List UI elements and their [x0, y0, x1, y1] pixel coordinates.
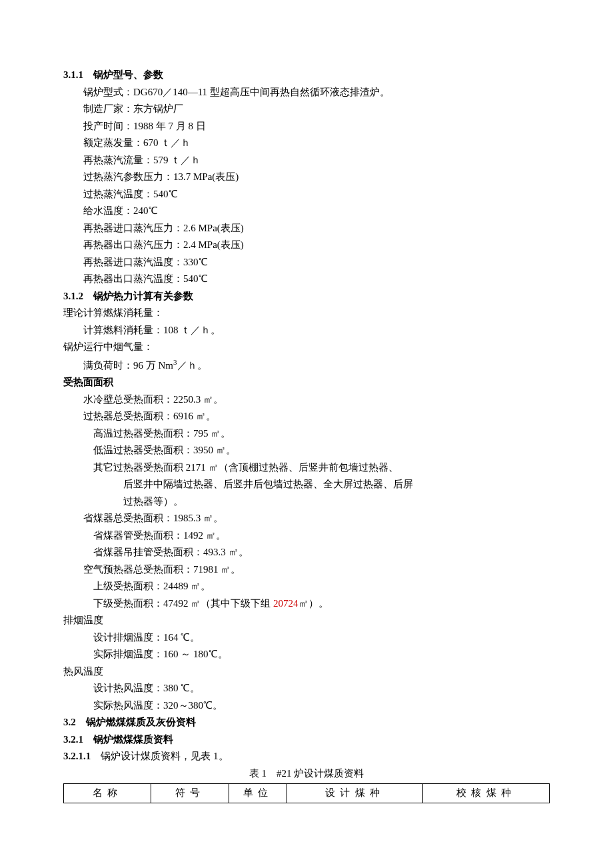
s312-lead2: 锅炉运行中烟气量：: [63, 339, 550, 356]
heat-area-p2b-1: 省煤器吊挂管受热面积：493.3 ㎡。: [93, 544, 550, 561]
s311-line-6: 过热蒸汽温度：540℃: [83, 186, 550, 203]
s311-line-11: 再热器出口蒸汽温度：540℃: [83, 271, 550, 288]
hotair-line-0: 设计热风温度：380 ℃。: [93, 680, 550, 697]
s311-line-5: 过热蒸汽参数压力：13.7 MPa(表压): [83, 169, 550, 186]
s311-line-9: 再热器出口蒸汽压力：2.4 MPa(表压): [83, 237, 550, 254]
th-symbol: 符号: [151, 784, 229, 803]
coal-spec-table: 名称 符号 单位 设计煤种 校核煤种: [63, 783, 550, 803]
heat-area-heading: 受热面面积: [63, 374, 550, 391]
exhaust-heading: 排烟温度: [63, 612, 550, 629]
heat-area-p4-1: 过热器等）。: [123, 493, 550, 511]
s312-lead1: 理论计算燃煤消耗量：: [63, 305, 550, 322]
s312-line1: 计算燃料消耗量：108 ｔ／ｈ。: [83, 322, 550, 339]
heat-area-p1-0: 水冷壁总受热面积：2250.3 ㎡。: [83, 391, 550, 409]
table-title: 表 1 #21 炉设计煤质资料: [63, 765, 550, 783]
heat-area-p2c-2-post: ㎡）。: [299, 598, 328, 609]
th-unit: 单位: [229, 784, 287, 803]
s311-line-1: 制造厂家：东方锅炉厂: [83, 101, 550, 118]
heat-area-p2c-1: 上级受热面积：24489 ㎡。: [93, 578, 550, 595]
hotair-line-1: 实际热风温度：320～380℃。: [93, 697, 550, 715]
s3211-num: 3.2.1.1: [63, 751, 91, 761]
s312-line2: 满负荷时：96 万 Nm3／ｈ。: [83, 356, 550, 375]
th-name: 名称: [64, 784, 151, 803]
heading-3-2: 3.2 锅炉燃煤煤质及灰份资料: [63, 714, 550, 731]
s311-line-2: 投产时间：1988 年 7 月 8 日: [83, 118, 550, 135]
heat-area-p2c-2-pre: 下级受热面积：47492 ㎡（其中下级下组: [93, 598, 273, 609]
heat-area-p2a-2: 其它过热器受热面积 2171 ㎡（含顶棚过热器、后竖井前包墙过热器、: [93, 459, 550, 477]
heat-area-p2c-2: 下级受热面积：47492 ㎡（其中下级下组 20724㎡）。: [93, 595, 550, 613]
s311-line-10: 再热器进口蒸汽温度：330℃: [83, 254, 550, 271]
hotair-heading: 热风温度: [63, 663, 550, 681]
heading-3-2-1-1: 3.2.1.1 锅炉设计煤质资料，见表 1。: [63, 748, 550, 765]
s311-line-0: 锅炉型式：DG670／140—11 型超高压中间再热自然循环液态排渣炉。: [83, 84, 550, 101]
heat-area-p1c: 空气预热器总受热面积：71981 ㎡。: [83, 561, 550, 579]
heading-3-1-2: 3.1.2 锅炉热力计算有关参数: [63, 288, 550, 305]
heading-3-1-1: 3.1.1 锅炉型号、参数: [63, 67, 550, 84]
s311-line-3: 额定蒸发量：670 ｔ／ｈ: [83, 135, 550, 152]
exhaust-line-1: 实际排烟温度：160 ～ 180℃。: [93, 646, 550, 663]
heat-area-p2a-1: 低温过热器受热面积：3950 ㎡。: [93, 442, 550, 459]
heading-3-2-1: 3.2.1 锅炉燃煤煤质资料: [63, 731, 550, 749]
heat-area-p1-1: 过热器总受热面积：6916 ㎡。: [83, 408, 550, 425]
s311-line-4: 再热蒸汽流量：579 ｔ／ｈ: [83, 152, 550, 169]
s311-line-8: 再热器进口蒸汽压力：2.6 MPa(表压): [83, 220, 550, 237]
s312-line2-pre: 满负荷时：96 万 Nm: [83, 360, 173, 371]
s312-line2-post: ／ｈ。: [177, 360, 207, 371]
table-header-row: 名称 符号 单位 设计煤种 校核煤种: [64, 784, 550, 803]
heat-area-p2c-2-red: 20724: [273, 598, 299, 609]
heat-area-p2b-0: 省煤器管受热面积：1492 ㎡。: [93, 527, 550, 545]
s3211-txt: 锅炉设计煤质资料，见表 1。: [91, 751, 228, 761]
heat-area-p1b: 省煤器总受热面积：1985.3 ㎡。: [83, 510, 550, 527]
heat-area-p2a-0: 高温过热器受热面积：795 ㎡。: [93, 425, 550, 443]
s311-line-7: 给水温度：240℃: [83, 203, 550, 220]
exhaust-line-0: 设计排烟温度：164 ℃。: [93, 629, 550, 647]
th-check: 校核煤种: [423, 784, 550, 803]
th-design: 设计煤种: [287, 784, 423, 803]
heat-area-p4-0: 后竖井中隔墙过热器、后竖井后包墙过热器、全大屏过热器、后屏: [123, 476, 550, 493]
